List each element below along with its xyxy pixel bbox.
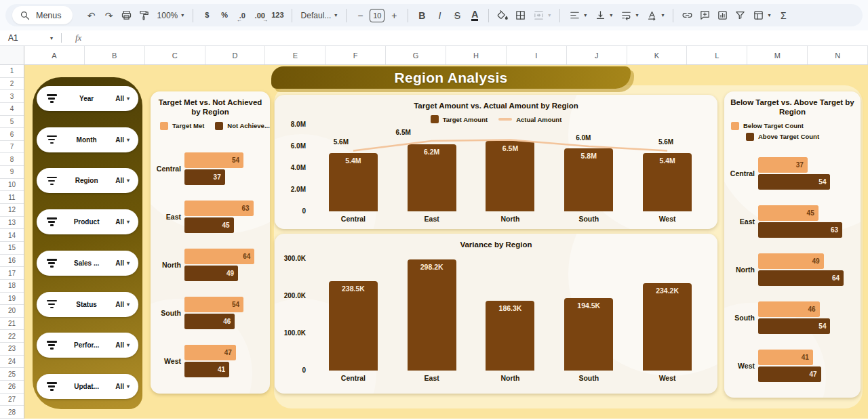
row-header-9[interactable]: 9 — [0, 166, 24, 179]
row-header-10[interactable]: 10 — [0, 179, 24, 192]
column-header-I[interactable]: I — [507, 46, 567, 64]
insert-link-button[interactable] — [679, 7, 695, 24]
decrease-font-size-button[interactable]: − — [352, 7, 368, 24]
row-header-18[interactable]: 18 — [0, 280, 24, 293]
vertical-align-button[interactable]: ▾ — [591, 7, 616, 24]
filter-pill-month[interactable]: MonthAll▾ — [37, 127, 138, 152]
menus-search-button[interactable]: Menus — [12, 6, 73, 24]
row-header-21[interactable]: 21 — [0, 318, 24, 331]
insert-comment-button[interactable] — [696, 7, 713, 24]
row-header-23[interactable]: 23 — [0, 343, 24, 356]
row-header-17[interactable]: 17 — [0, 267, 24, 280]
chart-below-vs-above-target[interactable]: Below Target vs. Above Target by RegionB… — [724, 91, 861, 398]
row-header-28[interactable]: 28 — [0, 406, 24, 419]
column-header-C[interactable]: C — [145, 46, 205, 64]
filter-value-dropdown[interactable]: All▾ — [115, 136, 130, 144]
filter-pill-updat[interactable]: Updat...All▾ — [37, 374, 138, 399]
row-header-4[interactable]: 4 — [0, 103, 24, 116]
column-header-B[interactable]: B — [85, 46, 145, 64]
bar-value-label: 49 — [226, 270, 234, 277]
undo-button[interactable]: ↶ — [83, 7, 100, 24]
row-header-11[interactable]: 11 — [0, 191, 24, 204]
number-format-button[interactable]: 123 — [269, 7, 285, 24]
filter-value-dropdown[interactable]: All▾ — [115, 177, 130, 184]
italic-button[interactable]: I — [431, 7, 448, 24]
text-color-button[interactable]: A — [467, 7, 483, 24]
fill-color-button[interactable] — [494, 7, 511, 24]
table-views-button[interactable]: ▾ — [749, 7, 774, 24]
column-header-H[interactable]: H — [446, 46, 507, 64]
filter-value-dropdown[interactable]: All▾ — [115, 383, 130, 390]
row-header-7[interactable]: 7 — [0, 141, 24, 154]
row-header-16[interactable]: 16 — [0, 255, 24, 268]
row-header-1[interactable]: 1 — [0, 65, 24, 78]
row-header-27[interactable]: 27 — [0, 394, 24, 406]
row-header-15[interactable]: 15 — [0, 242, 24, 255]
filter-value-dropdown[interactable]: All▾ — [115, 341, 130, 349]
chart-target-vs-actual-amount[interactable]: Target Amount vs. Actual Amount by Regio… — [275, 95, 717, 229]
filter-value-dropdown[interactable]: All▾ — [115, 95, 130, 102]
print-button[interactable] — [119, 7, 135, 24]
filter-pill-perfor[interactable]: Perfor...All▾ — [37, 333, 138, 358]
functions-button[interactable]: Σ — [775, 7, 791, 24]
sheet-canvas[interactable]: Region Analysis YearAll▾MonthAll▾RegionA… — [24, 65, 868, 419]
text-rotation-button[interactable]: ▾ — [643, 7, 667, 24]
filter-pill-sales[interactable]: Sales ...All▾ — [37, 251, 138, 276]
insert-chart-button[interactable] — [714, 7, 730, 24]
row-header-8[interactable]: 8 — [0, 153, 24, 166]
text-wrap-button[interactable]: ▾ — [617, 7, 642, 24]
column-header-D[interactable]: D — [205, 46, 266, 64]
font-family-select[interactable]: Defaul... ▾ — [298, 7, 341, 24]
merge-cells-button[interactable]: ▾ — [530, 7, 554, 24]
chart-target-met-vs-not-achieved[interactable]: Target Met vs. Not Achieved by RegionTar… — [151, 91, 270, 394]
format-percent-button[interactable]: % — [216, 7, 233, 24]
column-header-A[interactable]: A — [24, 46, 85, 64]
chart-variance-by-region[interactable]: Variance by Region238.5K298.2K186.3K194.… — [275, 234, 717, 394]
horizontal-align-button[interactable]: ▾ — [566, 7, 590, 24]
row-header-19[interactable]: 19 — [0, 293, 24, 306]
strikethrough-button[interactable]: S — [449, 7, 465, 24]
row-header-22[interactable]: 22 — [0, 330, 24, 343]
filter-pill-status[interactable]: StatusAll▾ — [37, 292, 138, 317]
filter-value-dropdown[interactable]: All▾ — [115, 301, 130, 308]
column-header-L[interactable]: L — [687, 46, 747, 64]
row-header-2[interactable]: 2 — [0, 78, 24, 91]
column-header-E[interactable]: E — [265, 46, 326, 64]
row-header-12[interactable]: 12 — [0, 204, 24, 217]
name-box[interactable]: A1 ▾ — [0, 33, 53, 43]
row-header-3[interactable]: 3 — [0, 90, 24, 103]
redo-button[interactable]: ↷ — [101, 7, 117, 24]
filter-pill-region[interactable]: RegionAll▾ — [37, 168, 138, 193]
paint-format-button[interactable] — [136, 7, 153, 24]
bold-button[interactable]: B — [414, 7, 430, 24]
zoom-select[interactable]: 100% ▾ — [154, 7, 188, 24]
decrease-decimal-button[interactable]: .0← — [234, 7, 250, 24]
row-header-6[interactable]: 6 — [0, 128, 24, 141]
format-currency-button[interactable]: $ — [199, 7, 215, 24]
row-header-25[interactable]: 25 — [0, 368, 24, 381]
filter-pill-product[interactable]: ProductAll▾ — [37, 209, 138, 234]
column-header-J[interactable]: J — [567, 46, 627, 64]
row-header-20[interactable]: 20 — [0, 305, 24, 318]
row-header-13[interactable]: 13 — [0, 217, 24, 230]
increase-decimal-button[interactable]: .00→ — [252, 7, 268, 24]
column-header-M[interactable]: M — [747, 46, 808, 64]
column-header-G[interactable]: G — [386, 46, 446, 64]
create-filter-button[interactable] — [732, 7, 748, 24]
formula-input[interactable] — [81, 30, 868, 45]
column-header-N[interactable]: N — [808, 46, 868, 64]
font-size-input[interactable]: 10 — [370, 9, 384, 22]
filter-pill-year[interactable]: YearAll▾ — [37, 86, 138, 111]
filter-value-dropdown[interactable]: All▾ — [115, 259, 130, 267]
select-all-corner[interactable] — [0, 46, 24, 64]
column-header-K[interactable]: K — [627, 46, 688, 64]
row-header-24[interactable]: 24 — [0, 356, 24, 369]
column-header-F[interactable]: F — [326, 46, 386, 64]
row-header-5[interactable]: 5 — [0, 116, 24, 129]
row-header-26[interactable]: 26 — [0, 381, 24, 394]
borders-button[interactable] — [512, 7, 528, 24]
toolbar-divider — [559, 9, 560, 22]
filter-value-dropdown[interactable]: All▾ — [115, 218, 130, 226]
row-header-14[interactable]: 14 — [0, 229, 24, 242]
increase-font-size-button[interactable]: + — [386, 7, 402, 24]
